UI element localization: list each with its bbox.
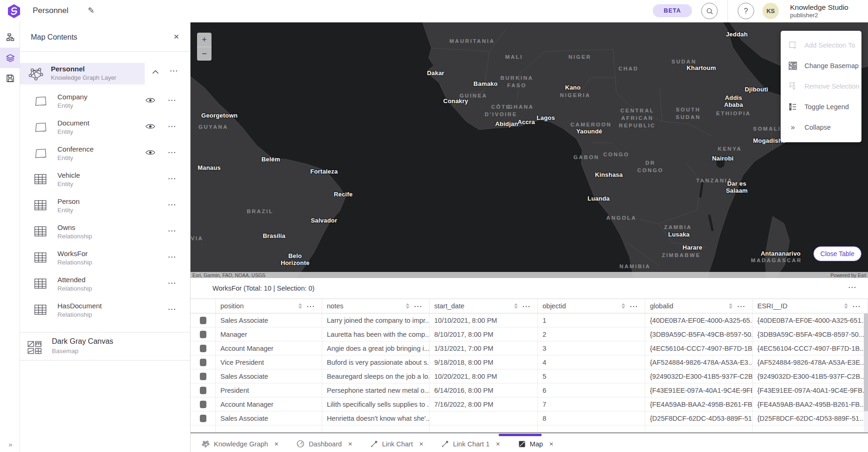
layer-options-icon[interactable]: ⋯ bbox=[168, 305, 176, 313]
table-row[interactable]: Sales Associate Beauregard sleeps on the… bbox=[191, 369, 868, 383]
map-city-label: Conakry bbox=[443, 98, 468, 105]
layer-group-personnel[interactable]: Personnel Knowledge Graph Layer ⋯ bbox=[20, 63, 191, 84]
layer-options-icon[interactable]: ⋯ bbox=[168, 148, 176, 157]
row-checkbox[interactable] bbox=[200, 359, 206, 366]
visibility-eye-icon[interactable] bbox=[145, 149, 155, 156]
sort-icon[interactable] bbox=[298, 303, 302, 309]
close-panel-icon[interactable]: ✕ bbox=[173, 33, 179, 41]
column-options-icon[interactable]: ⋯ bbox=[737, 302, 746, 311]
layer-options-icon[interactable]: ⋯ bbox=[168, 253, 176, 261]
cell-position: Manager bbox=[216, 327, 322, 341]
view-tab[interactable]: Link Chart 1 ✕ bbox=[441, 440, 500, 448]
map-view[interactable]: MAURITANIAMALINIGERSUDANCHADBURKINA FASO… bbox=[191, 22, 868, 278]
layer-list-item[interactable]: HasDocument Relationship ⋯ bbox=[20, 298, 191, 324]
layer-options-icon[interactable]: ⋯ bbox=[168, 174, 176, 183]
cell-globalid: {FE4A59AB-BAA2-495B-B261-FB... bbox=[645, 397, 753, 411]
layer-options-icon[interactable]: ⋯ bbox=[168, 279, 176, 287]
layer-list-item[interactable]: Owns Relationship ⋯ bbox=[20, 219, 191, 245]
column-options-icon[interactable]: ⋯ bbox=[629, 302, 638, 311]
expand-rail-button[interactable]: » bbox=[0, 440, 20, 448]
layer-list-item[interactable]: Document Entity ⋯ bbox=[20, 115, 191, 141]
menu-item[interactable]: Change Basemap bbox=[781, 56, 861, 76]
view-tab[interactable]: Dashboard ✕ bbox=[296, 440, 353, 448]
layer-options-icon[interactable]: ⋯ bbox=[168, 201, 176, 209]
basemap-item[interactable]: Dark Gray Canvas Basemap bbox=[20, 332, 191, 361]
zoom-out-button[interactable]: − bbox=[197, 47, 212, 61]
chevron-up-icon[interactable] bbox=[152, 70, 159, 74]
layer-options-icon[interactable]: ⋯ bbox=[168, 122, 176, 131]
layer-list-item[interactable]: Attended Relationship ⋯ bbox=[20, 271, 191, 298]
layer-options-icon[interactable]: ⋯ bbox=[168, 96, 176, 104]
view-tab[interactable]: Link Chart ✕ bbox=[370, 440, 423, 448]
table-row[interactable]: Sales Associate Larry joined the company… bbox=[191, 313, 868, 327]
tab-close-icon[interactable]: ✕ bbox=[274, 441, 279, 447]
horizontal-scrollbar[interactable] bbox=[191, 432, 868, 436]
tab-close-icon[interactable]: ✕ bbox=[348, 441, 353, 447]
table-row[interactable]: Vice President Buford is very passionate… bbox=[191, 355, 868, 369]
group-options-icon[interactable]: ⋯ bbox=[169, 67, 178, 75]
tab-close-icon[interactable]: ✕ bbox=[419, 441, 423, 447]
cell-position: Sales Associate bbox=[216, 411, 322, 425]
layer-list-item[interactable]: Person Entity ⋯ bbox=[20, 193, 191, 219]
menu-item[interactable]: Add Selection To bbox=[781, 35, 861, 56]
sort-icon[interactable] bbox=[514, 303, 518, 309]
menu-item[interactable]: Toggle Legend bbox=[781, 97, 861, 117]
app-logo-icon[interactable] bbox=[7, 4, 21, 19]
menu-item[interactable]: » Collapse bbox=[781, 117, 861, 138]
layer-list-item[interactable]: WorksFor Relationship ⋯ bbox=[20, 245, 191, 271]
tab-close-icon[interactable]: ✕ bbox=[549, 441, 554, 447]
avatar[interactable]: KS bbox=[762, 3, 779, 19]
column-options-icon[interactable]: ⋯ bbox=[522, 302, 531, 311]
column-header[interactable]: ESRI__ID ⋯ bbox=[753, 299, 868, 313]
visibility-eye-icon[interactable] bbox=[145, 123, 155, 130]
layer-list-item[interactable]: Vehicle Entity ⋯ bbox=[20, 167, 191, 193]
row-checkbox[interactable] bbox=[200, 387, 206, 394]
column-options-icon[interactable]: ⋯ bbox=[306, 302, 315, 311]
layer-options-icon[interactable]: ⋯ bbox=[168, 227, 176, 235]
row-checkbox[interactable] bbox=[200, 345, 206, 352]
column-header[interactable]: objectid ⋯ bbox=[538, 299, 645, 313]
sort-icon[interactable] bbox=[844, 303, 848, 309]
layer-type: Relationship bbox=[57, 285, 92, 292]
column-options-icon[interactable]: ⋯ bbox=[414, 302, 423, 311]
row-checkbox[interactable] bbox=[200, 401, 206, 408]
table-row[interactable]: Account Manager Lilith specifically sell… bbox=[191, 397, 868, 411]
layer-list-item[interactable]: Company Entity ⋯ bbox=[20, 89, 191, 115]
column-header[interactable]: position ⋯ bbox=[216, 299, 322, 313]
vertical-scrollbar[interactable] bbox=[864, 313, 868, 432]
vertical-scrollbar-thumb[interactable] bbox=[864, 313, 868, 411]
table-options-icon[interactable]: ⋯ bbox=[848, 283, 857, 292]
row-checkbox[interactable] bbox=[200, 373, 206, 380]
zoom-in-button[interactable]: + bbox=[197, 33, 212, 47]
table-row[interactable]: Manager Lauretta has been with the comp.… bbox=[191, 327, 868, 341]
row-checkbox[interactable] bbox=[200, 331, 206, 338]
search-button[interactable] bbox=[701, 3, 718, 19]
close-table-button[interactable]: Close Table bbox=[813, 246, 861, 261]
sidebar-item-layers[interactable] bbox=[0, 48, 20, 68]
table-row[interactable]: Account Manager Angie does a great job b… bbox=[191, 341, 868, 355]
visibility-eye-icon[interactable] bbox=[145, 97, 155, 104]
row-checkbox[interactable] bbox=[200, 317, 206, 324]
sidebar-item-save[interactable] bbox=[0, 68, 20, 89]
column-options-icon[interactable]: ⋯ bbox=[852, 302, 861, 311]
tab-close-icon[interactable]: ✕ bbox=[495, 441, 500, 447]
menu-item[interactable]: Remove Selection bbox=[781, 76, 861, 97]
table-row-clipped[interactable] bbox=[191, 425, 868, 432]
horizontal-scrollbar-thumb[interactable] bbox=[499, 434, 542, 436]
help-button[interactable]: ? bbox=[738, 3, 754, 19]
view-tab[interactable]: Map ✕ bbox=[518, 440, 554, 448]
sort-icon[interactable] bbox=[406, 303, 409, 309]
map-city-label: Luanda bbox=[587, 195, 609, 202]
edit-title-icon[interactable]: ✎ bbox=[88, 6, 94, 15]
sidebar-item-hierarchy[interactable] bbox=[0, 27, 20, 48]
table-row[interactable]: President Persephone started new metal o… bbox=[191, 383, 868, 397]
row-checkbox[interactable] bbox=[200, 415, 206, 422]
column-header[interactable]: start_date ⋯ bbox=[430, 299, 538, 313]
layer-list-item[interactable]: Conference Entity ⋯ bbox=[20, 141, 191, 167]
column-header[interactable]: notes ⋯ bbox=[322, 299, 430, 313]
column-header[interactable]: globalid ⋯ bbox=[645, 299, 753, 313]
sort-icon[interactable] bbox=[621, 303, 625, 309]
sort-icon[interactable] bbox=[729, 303, 733, 309]
view-tab[interactable]: Knowledge Graph ✕ bbox=[202, 440, 279, 448]
table-row[interactable]: Sales Associate Henrietta doesn't know w… bbox=[191, 411, 868, 425]
